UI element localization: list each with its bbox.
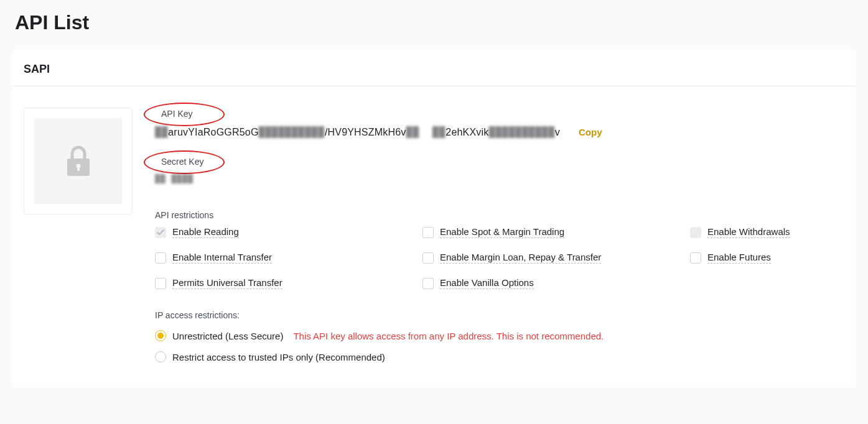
restriction-checkbox[interactable] xyxy=(155,278,166,289)
restriction-item: Enable Internal Transfer xyxy=(155,252,422,264)
secret-key-label: Secret Key xyxy=(154,155,211,168)
restriction-item: Enable Reading xyxy=(155,226,422,238)
restriction-checkbox[interactable] xyxy=(690,252,701,264)
ip-restrictions-title: IP access restrictions: xyxy=(155,310,844,320)
lock-icon xyxy=(65,145,92,177)
restriction-checkbox[interactable] xyxy=(422,227,434,238)
radio-unrestricted[interactable] xyxy=(155,330,166,341)
api-card-name: SAPI xyxy=(12,49,856,86)
restriction-item: Enable Spot & Margin Trading xyxy=(422,226,690,238)
restriction-item: Enable Futures xyxy=(690,252,844,264)
api-card: SAPI API Key ██aruvYIaRoGGR5oG████ xyxy=(12,49,856,387)
restriction-item: Enable Margin Loan, Repay & Transfer xyxy=(422,252,690,264)
api-restrictions-title: API restrictions xyxy=(155,210,844,220)
restriction-item: Enable Withdrawals xyxy=(690,226,844,238)
page-title: API List xyxy=(0,0,868,40)
radio-restricted-label: Restrict access to trusted IPs only (Rec… xyxy=(172,352,385,362)
restriction-label: Permits Universal Transfer xyxy=(172,277,282,289)
secret-key-masked: ██ ████ xyxy=(155,174,194,183)
ip-unrestricted-warning: This API key allows access from any IP a… xyxy=(293,331,604,341)
restriction-item: Enable Vanilla Options xyxy=(422,277,690,289)
qr-placeholder xyxy=(24,108,133,214)
api-key-value: ██aruvYIaRoGGR5oG██████████/HV9YHSZMkH6v… xyxy=(155,126,560,138)
restriction-label: Enable Withdrawals xyxy=(707,226,790,238)
copy-api-key-button[interactable]: Copy xyxy=(579,127,602,137)
restriction-checkbox xyxy=(155,227,166,238)
restriction-label: Enable Margin Loan, Repay & Transfer xyxy=(440,252,601,264)
restriction-label: Enable Vanilla Options xyxy=(440,277,534,289)
radio-restricted[interactable] xyxy=(155,351,166,362)
restriction-label: Enable Futures xyxy=(707,252,771,264)
restriction-checkbox[interactable] xyxy=(422,252,434,264)
api-key-label: API Key xyxy=(154,108,200,120)
restriction-label: Enable Reading xyxy=(172,226,239,238)
restriction-label: Enable Spot & Margin Trading xyxy=(440,226,564,238)
restriction-item: Permits Universal Transfer xyxy=(155,277,422,289)
restriction-checkbox[interactable] xyxy=(422,278,434,289)
restriction-checkbox xyxy=(690,227,701,238)
radio-unrestricted-label: Unrestricted (Less Secure) xyxy=(172,331,283,341)
restriction-label: Enable Internal Transfer xyxy=(172,252,272,264)
svg-rect-2 xyxy=(77,167,79,171)
restriction-checkbox[interactable] xyxy=(155,252,166,264)
api-restrictions-grid: Enable ReadingEnable Spot & Margin Tradi… xyxy=(155,226,844,289)
